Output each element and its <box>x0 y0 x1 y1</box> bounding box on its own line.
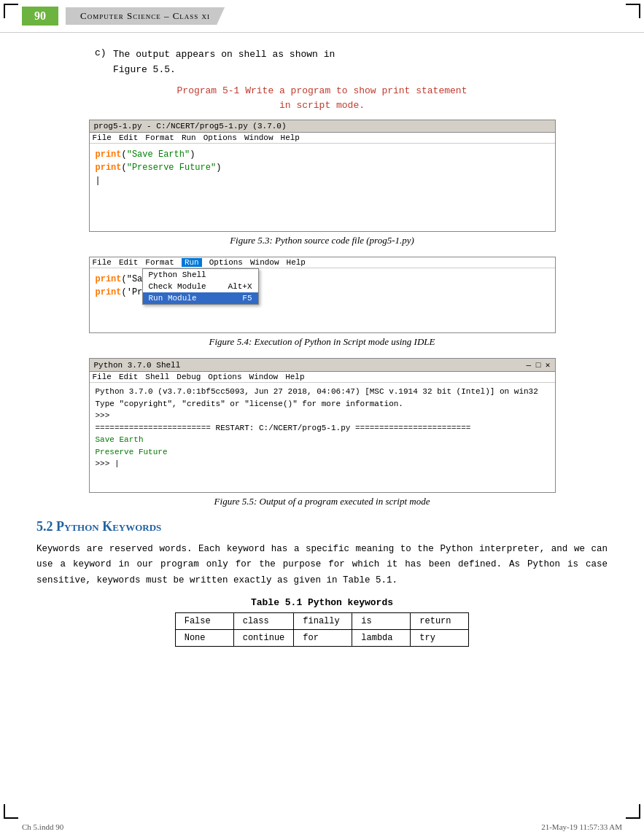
page-number: 90 <box>22 7 58 26</box>
dropdown-check-module: Check Module Alt+X <box>143 281 258 292</box>
table-row: Nonecontinueforlambdatry <box>175 629 469 646</box>
table-cell: finally <box>294 612 352 629</box>
table-row: Falseclassfinallyisreturn <box>175 612 469 629</box>
shell-content: Python 3.7.0 (v3.7.0:1bf5cc5093, Jun 27 … <box>90 383 555 492</box>
dropdown-python-shell: Python Shell <box>143 269 258 281</box>
figure-3-container: prog5-1.py - C:/NCERT/prog5-1.py (3.7.0)… <box>36 120 608 246</box>
corner-mark-tr <box>626 4 640 18</box>
page-header: 90 Computer Science – Class xi <box>0 0 644 33</box>
main-content: c) The output appears on shell as shown … <box>0 33 644 676</box>
shell-menubar: File Edit Shell Debug Options Window Hel… <box>90 372 555 383</box>
shell-titlebar: Python 3.7.0 Shell — □ ✕ <box>90 359 555 372</box>
run-menubar: File Edit Format Run Options Window Help <box>90 257 555 268</box>
figure-5-caption: Figure 5.5: Output of a program executed… <box>36 496 608 507</box>
table-cell: for <box>294 629 352 646</box>
section-c-text: The output appears on shell as shown in … <box>113 47 335 78</box>
corner-mark-bl <box>4 804 18 819</box>
corner-mark-tl <box>4 4 18 18</box>
corner-mark-br <box>626 804 640 819</box>
figure-5-container: Python 3.7.0 Shell — □ ✕ File Edit Shell… <box>36 358 608 507</box>
section-c-label: c) <box>95 47 113 78</box>
program-label: Program 5-1 Write a program to show prin… <box>36 84 608 114</box>
footer-left: Ch 5.indd 90 <box>22 822 63 831</box>
table-title: Table 5.1 Python keywords <box>36 597 608 608</box>
section-c: c) The output appears on shell as shown … <box>36 47 608 78</box>
table-cell: None <box>175 629 233 646</box>
dropdown-run-module: Run Module F5 <box>143 292 258 304</box>
run-dropdown: Python Shell Check Module Alt+X Run Modu… <box>142 268 259 305</box>
table-cell: lambda <box>352 629 411 646</box>
figure-5-screenshot: Python 3.7.0 Shell — □ ✕ File Edit Shell… <box>89 358 556 493</box>
header-title: Computer Science – Class xi <box>66 7 225 25</box>
figure-4-caption: Figure 5.4: Execution of Python in Scrip… <box>36 336 608 348</box>
keywords-table: FalseclassfinallyisreturnNonecontinuefor… <box>175 612 470 647</box>
table-cell: continue <box>233 629 294 646</box>
table-cell: is <box>352 612 411 629</box>
table-cell: class <box>233 612 294 629</box>
table-cell: try <box>411 629 469 646</box>
figure-4-container: File Edit Format Run Options Window Help… <box>36 257 608 348</box>
footer-right: 21-May-19 11:57:33 AM <box>541 822 622 831</box>
figure-3-screenshot: prog5-1.py - C:/NCERT/prog5-1.py (3.7.0)… <box>89 120 556 232</box>
section-52-body: Keywords are reserved words. Each keywor… <box>36 542 608 588</box>
figure-4-screenshot: File Edit Format Run Options Window Help… <box>89 257 556 333</box>
run-code-relative: print("Save print('Pres Python Shell Che… <box>90 268 555 303</box>
idle-menubar: File Edit Format Run Options Window Help <box>90 133 555 144</box>
figure-3-caption: Figure 5.3: Python source code file (pro… <box>36 235 608 246</box>
section-52-heading: 5.2 Python Keywords <box>36 519 608 534</box>
table-cell: return <box>411 612 469 629</box>
idle-code: print("Save Earth") print("Preserve Futu… <box>90 144 555 231</box>
page-footer: Ch 5.indd 90 21-May-19 11:57:33 AM <box>0 822 644 831</box>
table-cell: False <box>175 612 233 629</box>
idle-titlebar: prog5-1.py - C:/NCERT/prog5-1.py (3.7.0) <box>90 120 555 133</box>
